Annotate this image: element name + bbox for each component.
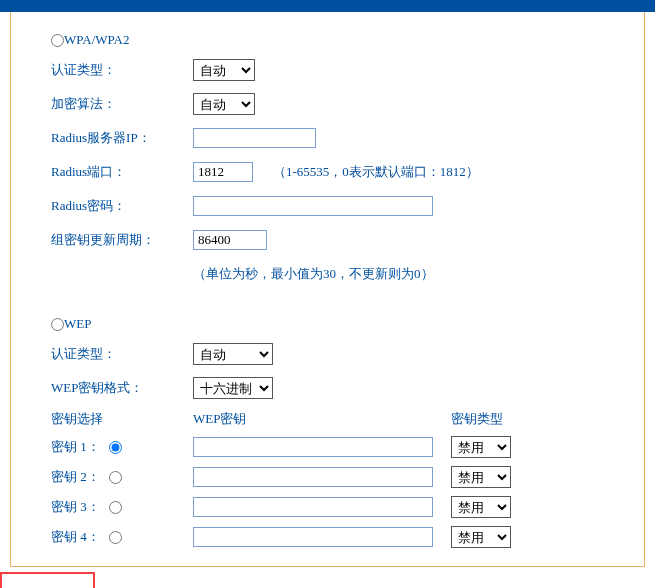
top-bar — [0, 0, 655, 12]
wep-key-row: 密钥 3： 禁用 — [51, 496, 604, 518]
wep-auth-select[interactable]: 自动 — [193, 343, 273, 365]
wpa-auth-select[interactable]: 自动 — [193, 59, 255, 81]
wep-mode-radio[interactable] — [51, 318, 64, 331]
wep-key-2-input[interactable] — [193, 467, 433, 487]
radius-port-hint: （1-65535，0表示默认端口：1812） — [273, 163, 479, 181]
group-key-label: 组密钥更新周期： — [51, 231, 193, 249]
wep-key-label: 密钥 4： — [51, 528, 109, 546]
wep-key-label: 密钥 3： — [51, 498, 109, 516]
wep-title: WEP — [64, 316, 91, 332]
wep-key-label: 密钥 2： — [51, 468, 109, 486]
wep-col-key: WEP密钥 — [193, 410, 451, 428]
highlight-box — [0, 572, 95, 588]
wep-col-type: 密钥类型 — [451, 410, 503, 428]
wep-key-2-type[interactable]: 禁用 — [451, 466, 511, 488]
wep-col-select: 密钥选择 — [51, 410, 193, 428]
wpa-mode-radio[interactable] — [51, 34, 64, 47]
group-key-input[interactable] — [193, 230, 267, 250]
wpa-title: WPA/WPA2 — [64, 32, 130, 48]
wpa-encrypt-select[interactable]: 自动 — [193, 93, 255, 115]
wep-auth-label: 认证类型： — [51, 345, 193, 363]
wep-key-row: 密钥 4： 禁用 — [51, 526, 604, 548]
radius-pw-input[interactable] — [193, 196, 433, 216]
wep-key-row: 密钥 2： 禁用 — [51, 466, 604, 488]
wpa-encrypt-label: 加密算法： — [51, 95, 193, 113]
radius-port-label: Radius端口： — [51, 163, 193, 181]
wep-key-3-type[interactable]: 禁用 — [451, 496, 511, 518]
main-panel: WPA/WPA2 认证类型： 自动 加密算法： 自动 Radius服务器IP： — [10, 12, 645, 567]
wep-section: WEP 认证类型： 自动 WEP密钥格式： 十六进制 密钥选择 WEP密钥 密钥… — [51, 316, 604, 548]
wep-key-row: 密钥 1： 禁用 — [51, 436, 604, 458]
wep-key-4-type[interactable]: 禁用 — [451, 526, 511, 548]
wep-key-4-input[interactable] — [193, 527, 433, 547]
radius-ip-label: Radius服务器IP： — [51, 129, 193, 147]
wep-key-label: 密钥 1： — [51, 438, 109, 456]
wep-key-4-radio[interactable] — [109, 531, 122, 544]
wep-key-1-radio[interactable] — [109, 441, 122, 454]
radius-ip-input[interactable] — [193, 128, 316, 148]
wep-key-3-input[interactable] — [193, 497, 433, 517]
wpa-auth-label: 认证类型： — [51, 61, 193, 79]
wpa-section: WPA/WPA2 认证类型： 自动 加密算法： 自动 Radius服务器IP： — [51, 32, 604, 286]
wep-key-2-radio[interactable] — [109, 471, 122, 484]
wep-key-1-input[interactable] — [193, 437, 433, 457]
wep-format-label: WEP密钥格式： — [51, 379, 193, 397]
radius-pw-label: Radius密码： — [51, 197, 193, 215]
wep-key-1-type[interactable]: 禁用 — [451, 436, 511, 458]
wep-format-select[interactable]: 十六进制 — [193, 377, 273, 399]
radius-port-input[interactable] — [193, 162, 253, 182]
group-key-hint: （单位为秒，最小值为30，不更新则为0） — [193, 265, 434, 283]
wep-key-3-radio[interactable] — [109, 501, 122, 514]
